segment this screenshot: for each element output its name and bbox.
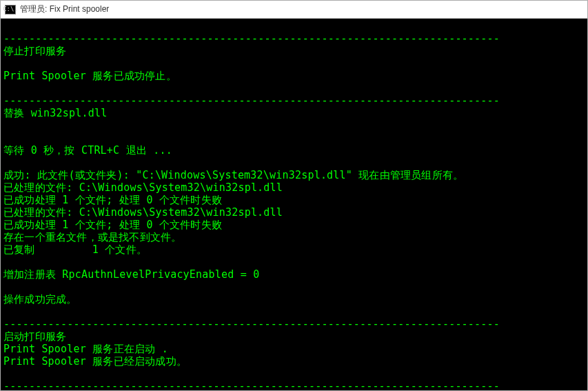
console-line: 替换 win32spl.dll <box>3 107 585 119</box>
console-line: ----------------------------------------… <box>3 94 585 107</box>
console-line: 存在一个重名文件，或是找不到文件。 <box>3 231 585 243</box>
console-line <box>3 82 585 94</box>
console-line: 已复制 1 个文件。 <box>3 243 585 256</box>
console-line <box>3 368 585 380</box>
console-line: ----------------------------------------… <box>3 380 585 390</box>
console-line: Print Spooler 服务已经启动成功。 <box>3 355 585 368</box>
console-line: Print Spooler 服务已成功停止。 <box>3 70 585 82</box>
titlebar[interactable]: C:\. 管理员: Fix Print spooler <box>1 1 587 19</box>
console-line <box>3 281 585 293</box>
console-line: Print Spooler 服务正在启动 . <box>3 343 585 355</box>
console-output[interactable]: ----------------------------------------… <box>1 19 587 390</box>
console-line: 已成功处理 1 个文件; 处理 0 个文件时失败 <box>3 219 585 231</box>
console-line: ----------------------------------------… <box>3 318 585 330</box>
console-line <box>3 20 585 32</box>
console-line: 成功: 此文件(或文件夹): "C:\Windows\System32\win3… <box>3 169 585 181</box>
console-line <box>3 305 585 318</box>
console-line <box>3 57 585 70</box>
console-window: C:\. 管理员: Fix Print spooler ------------… <box>0 0 588 391</box>
console-line <box>3 132 585 144</box>
console-line: 启动打印服务 <box>3 330 585 343</box>
console-line <box>3 157 585 169</box>
console-line: 增加注册表 RpcAuthnLevelPrivacyEnabled = 0 <box>3 268 585 281</box>
console-line: ----------------------------------------… <box>3 32 585 45</box>
console-line: 已成功处理 1 个文件; 处理 0 个文件时失败 <box>3 194 585 206</box>
console-line <box>3 256 585 268</box>
console-line: 等待 0 秒，按 CTRL+C 退出 ... <box>3 144 585 157</box>
console-line: 已处理的文件: C:\Windows\System32\win32spl.dll <box>3 206 585 219</box>
console-line: 已处理的文件: C:\Windows\System32\win32spl.dll <box>3 181 585 194</box>
console-line: 停止打印服务 <box>3 45 585 57</box>
console-line: 操作成功完成。 <box>3 293 585 305</box>
window-title: 管理员: Fix Print spooler <box>20 3 109 15</box>
cmd-icon: C:\. <box>5 5 16 14</box>
console-line <box>3 119 585 132</box>
